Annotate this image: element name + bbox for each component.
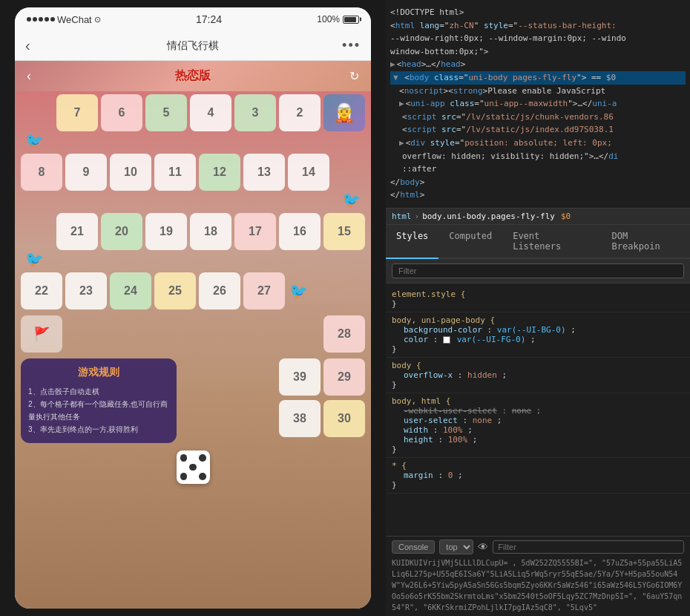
board-cell-7[interactable]: 7 xyxy=(56,94,98,131)
tab-dom-breakpoints[interactable]: DOM Breakpoin xyxy=(602,225,690,259)
board-cell-18[interactable]: 18 xyxy=(190,213,231,250)
board-cell-23[interactable]: 23 xyxy=(65,272,107,309)
css-prop-bg-color: background-color xyxy=(404,325,482,335)
board-cell-26[interactable]: 26 xyxy=(199,272,240,309)
rules-title: 游戏规则 xyxy=(28,366,169,379)
board-cell-12[interactable]: 12 xyxy=(199,154,240,191)
rule-item-2: 2、每个格子都有一个隐藏任务,也可自行商量执行其他任务 xyxy=(28,398,169,423)
source-area: <!DOCTYPE html> <html lang="zh-CN" style… xyxy=(386,0,690,209)
game-back-button[interactable]: ‹ xyxy=(27,68,31,84)
source-line-div[interactable]: ▶ <div style="position: absolute; left: … xyxy=(390,137,686,150)
rule-item-1: 1、点击骰子自动走棋 xyxy=(28,385,169,398)
tab-event-listeners[interactable]: Event Listeners xyxy=(502,225,601,259)
board-cell-4[interactable]: 4 xyxy=(190,94,231,131)
board-row-3: 21 20 19 18 17 16 15 xyxy=(15,210,371,253)
board-cell-29[interactable]: 29 xyxy=(323,358,365,396)
dice[interactable] xyxy=(177,450,210,484)
css-prop-color: color xyxy=(404,335,428,344)
board-lower-area: 游戏规则 1、点击骰子自动走棋 2、每个格子都有一个隐藏任务,也可自行商量执行其… xyxy=(15,355,371,446)
board-cell-17[interactable]: 17 xyxy=(234,213,276,250)
status-bar: WeChat ⊙ 17:24 100% xyxy=(15,7,371,31)
game-board: 7 6 5 4 3 2 🧝 🐦 8 9 10 11 12 1 xyxy=(15,91,371,609)
filter-bar xyxy=(386,259,690,284)
css-val-webkit-select: none xyxy=(512,406,532,416)
board-cell-15[interactable]: 15 xyxy=(323,213,365,250)
css-rule-close-5: } xyxy=(392,480,397,490)
filter-input[interactable] xyxy=(392,263,684,278)
board-cell-30[interactable]: 30 xyxy=(323,400,365,437)
color-swatch-fg xyxy=(443,336,450,344)
bird-2: 🐦 xyxy=(342,191,361,208)
source-line-noscript: <noscript><strong>Please enable JavaScri… xyxy=(390,85,686,98)
breadcrumb-html[interactable]: html xyxy=(392,212,412,221)
source-line-uniapp[interactable]: ▶ <uni-app class="uni-app--maxwidth">…</… xyxy=(390,97,686,111)
css-prop-height: height xyxy=(404,435,433,445)
game-title: 热恋版 xyxy=(175,68,211,84)
css-rule-close-2: } xyxy=(392,344,397,354)
css-val-width: 100% xyxy=(443,425,463,435)
board-cell-14[interactable]: 14 xyxy=(288,154,329,191)
board-row-1: 7 6 5 4 3 2 🧝 xyxy=(15,91,371,134)
board-row-2: 8 9 10 11 12 13 14 xyxy=(15,151,371,194)
source-line-body[interactable]: ▼ <body class="uni-body pages-fly-fly"> … xyxy=(390,71,686,85)
css-rule-body: body { overflow-x : hidden ; } xyxy=(386,358,690,393)
board-cell-6[interactable]: 6 xyxy=(101,94,142,131)
rules-panel: 游戏规则 1、点击骰子自动走棋 2、每个格子都有一个隐藏任务,也可自行商量执行其… xyxy=(21,358,177,443)
board-cell-9[interactable]: 9 xyxy=(65,154,107,191)
board-cell-2[interactable]: 2 xyxy=(279,94,321,131)
bird-3: 🐦 xyxy=(25,251,44,267)
css-rule-close-1: } xyxy=(392,299,397,309)
board-cell-19[interactable]: 19 xyxy=(145,213,187,250)
board-cell-21[interactable]: 21 xyxy=(56,213,98,250)
board-cell-8[interactable]: 8 xyxy=(21,154,62,191)
source-line-head[interactable]: ▶ <head>…</head> xyxy=(390,58,686,71)
css-val-height: 100% xyxy=(448,435,468,445)
source-line-overflow: overflow: hidden; visibility: hidden;">…… xyxy=(390,150,686,163)
game-refresh-button[interactable]: ↻ xyxy=(349,69,359,83)
board-cell-25[interactable]: 25 xyxy=(154,272,196,309)
phone-frame: WeChat ⊙ 17:24 100% ‹ 情侣飞行棋 ••• ‹ 热恋版 ↻ xyxy=(15,7,371,609)
board-cell-11[interactable]: 11 xyxy=(154,154,196,191)
console-top-select[interactable]: top xyxy=(439,540,473,554)
css-rules-area: element.style { } body, uni-page-body { … xyxy=(386,284,690,536)
console-button[interactable]: Console xyxy=(392,540,435,554)
board-cell-3[interactable]: 3 xyxy=(234,94,276,131)
board-cell-20[interactable]: 20 xyxy=(101,213,142,250)
board-cell-22[interactable]: 22 xyxy=(21,272,62,309)
player-avatar: 🧝 xyxy=(323,94,365,131)
board-cell-5[interactable]: 5 xyxy=(145,94,187,131)
board-cell-38[interactable]: 38 xyxy=(279,400,321,437)
eye-icon: 👁 xyxy=(478,541,488,553)
time-display: 17:24 xyxy=(196,13,222,25)
board-row-4: 22 23 24 25 26 27 🐦 xyxy=(15,269,371,312)
css-selector-body-html: body, html { xyxy=(392,396,450,406)
board-cell-10[interactable]: 10 xyxy=(110,154,151,191)
board-cell-27[interactable]: 27 xyxy=(243,272,285,309)
source-line-script2: <script src="/lv/static/js/index.dd97S03… xyxy=(390,123,686,137)
board-row-7: 38 30 xyxy=(279,400,365,437)
devtools-panel: <!DOCTYPE html> <html lang="zh-CN" style… xyxy=(386,0,690,616)
game-header: ‹ 热恋版 ↻ xyxy=(15,61,371,91)
carrier-label: WeChat xyxy=(57,14,92,25)
tab-styles[interactable]: Styles xyxy=(386,225,438,259)
breadcrumb-body[interactable]: body.uni-body.pages-fly-fly xyxy=(422,212,555,221)
battery-icon xyxy=(343,16,359,24)
dice-area xyxy=(15,446,371,488)
css-rule-close-3: } xyxy=(392,380,397,390)
css-selector-body-uni: body, uni-page-body { xyxy=(392,315,495,325)
breadcrumb-bar: html › body.uni-body.pages-fly-fly $0 xyxy=(386,209,690,225)
board-row-5: 🚩 28 xyxy=(15,312,371,355)
board-cell-16[interactable]: 16 xyxy=(279,213,321,250)
board-cell-13[interactable]: 13 xyxy=(243,154,285,191)
wifi-icon: ⊙ xyxy=(94,15,101,24)
nav-bar: ‹ 情侣飞行棋 ••• xyxy=(15,31,371,61)
board-cell-39[interactable]: 39 xyxy=(279,358,321,396)
tab-computed[interactable]: Computed xyxy=(438,225,502,259)
css-prop-user-select: user-select xyxy=(404,416,458,425)
nav-back-button[interactable]: ‹ xyxy=(25,37,30,54)
console-filter-input[interactable] xyxy=(493,540,684,554)
css-rule-star: * { margin : 0 ; } xyxy=(386,458,690,494)
board-cell-24[interactable]: 24 xyxy=(110,272,151,309)
board-cell-28[interactable]: 28 xyxy=(323,315,365,353)
nav-more-button[interactable]: ••• xyxy=(342,38,361,53)
